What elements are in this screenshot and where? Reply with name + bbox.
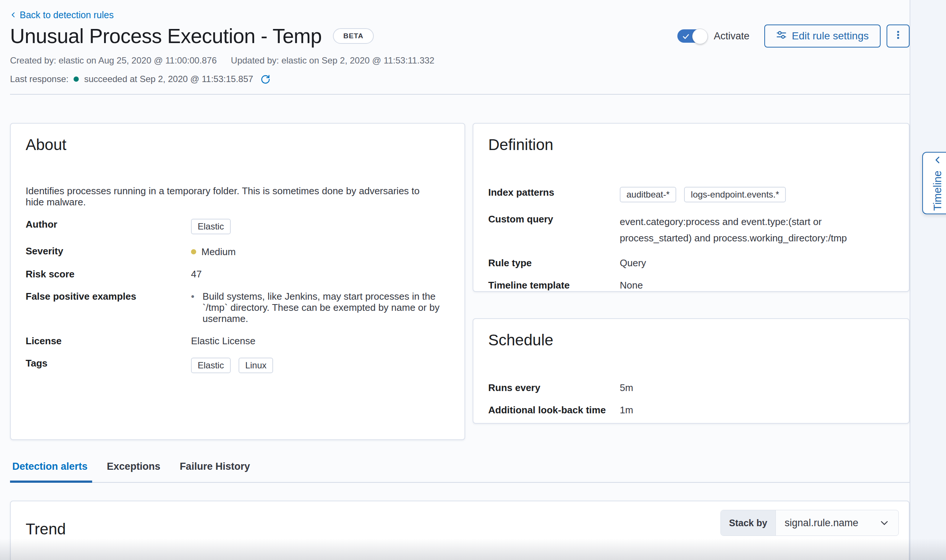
bullet-glyph: • [191, 291, 194, 324]
tag-badge: Elastic [191, 358, 231, 373]
timeline-template-value: None [620, 280, 643, 291]
timeline-flyout-label: Timeline [932, 171, 944, 211]
rule-description: Identifies processes running in a tempor… [26, 185, 438, 208]
chevron-down-icon [879, 510, 898, 535]
false-positives-row: False positive examples • Build systems,… [26, 291, 450, 324]
timeline-template-row: Timeline template None [488, 280, 894, 291]
definition-panel: Definition Index patterns auditbeat-* lo… [473, 123, 910, 292]
created-by-text: Created by: elastic on Aug 25, 2020 @ 11… [10, 55, 217, 66]
rule-type-value: Query [620, 257, 646, 268]
author-badge: Elastic [191, 219, 231, 234]
schedule-panel-title: Schedule [488, 331, 894, 349]
lookback-label: Additional look-back time [488, 405, 620, 415]
risk-score-label: Risk score [26, 268, 182, 280]
runs-every-label: Runs every [488, 382, 620, 393]
tab-exceptions[interactable]: Exceptions [105, 461, 165, 483]
runs-every-value: 5m [620, 382, 633, 393]
rule-type-label: Rule type [488, 257, 620, 268]
lookback-row: Additional look-back time 1m [488, 405, 894, 415]
false-positives-label: False positive examples [26, 291, 182, 324]
last-response-label: Last response: [10, 74, 68, 84]
rule-details-header: Back to detection rules Unusual Process … [10, 0, 910, 95]
severity-dot [191, 249, 196, 254]
severity-label: Severity [26, 245, 182, 257]
author-row: Author Elastic [26, 219, 450, 234]
page-right-gutter [910, 0, 946, 560]
severity-row: Severity Medium [26, 245, 450, 257]
beta-badge: BETA [333, 28, 374, 44]
page-title: Unusual Process Execution - Temp [10, 24, 322, 48]
severity-value: Medium [201, 246, 236, 257]
tab-detection-alerts[interactable]: Detection alerts [10, 461, 92, 483]
updated-by-text: Updated by: elastic on Sep 2, 2020 @ 11:… [231, 55, 434, 66]
lookback-value: 1m [620, 405, 633, 415]
controls-sliders-icon [776, 30, 787, 43]
runs-every-row: Runs every 5m [488, 382, 894, 393]
trend-panel: Trend Stack by signal.rule.name [10, 501, 910, 560]
risk-score-value: 47 [182, 268, 202, 280]
rule-actions-menu-button[interactable] [887, 25, 910, 48]
header-divider [10, 94, 910, 95]
tab-failure-history[interactable]: Failure History [177, 461, 254, 483]
false-positive-example: Build systems, like Jenkins, may start p… [202, 291, 450, 324]
stack-by-label: Stack by [721, 510, 776, 535]
custom-query-label: Custom query [488, 214, 620, 246]
license-label: License [26, 335, 182, 346]
custom-query-row: Custom query event.category:process and … [488, 214, 894, 246]
rule-details-tabs: Detection alerts Exceptions Failure Hist… [10, 461, 910, 483]
stack-by-value: signal.rule.name [776, 510, 879, 535]
status-success-dot [74, 77, 79, 82]
refresh-icon[interactable] [260, 74, 271, 84]
back-to-detection-rules-link[interactable]: Back to detection rules [10, 10, 114, 20]
index-pattern-badge: logs-endpoint.events.* [684, 187, 786, 202]
risk-score-row: Risk score 47 [26, 268, 450, 280]
timeline-flyout-button[interactable]: Timeline [922, 152, 946, 214]
author-label: Author [26, 219, 182, 234]
schedule-panel: Schedule Runs every 5m Additional look-b… [473, 318, 910, 424]
edit-rule-settings-button[interactable]: Edit rule settings [764, 25, 881, 48]
chevron-left-icon [10, 10, 17, 20]
tag-badge: Linux [239, 358, 273, 373]
boxes-vertical-icon [893, 30, 903, 42]
tags-row: Tags Elastic Linux [26, 358, 450, 373]
definition-panel-title: Definition [488, 135, 894, 154]
index-patterns-label: Index patterns [488, 187, 620, 202]
license-row: License Elastic License [26, 335, 450, 346]
last-response-value: succeeded at Sep 2, 2020 @ 11:53:15.857 [84, 74, 253, 84]
custom-query-value: event.category:process and event.type:(s… [620, 214, 894, 246]
stack-by-select[interactable]: Stack by signal.rule.name [721, 510, 899, 536]
license-value: Elastic License [182, 335, 255, 346]
chevron-left-icon [933, 155, 942, 165]
activate-toggle[interactable] [677, 29, 707, 43]
timeline-template-label: Timeline template [488, 280, 620, 291]
toggle-thumb [692, 29, 708, 44]
rule-type-row: Rule type Query [488, 257, 894, 268]
edit-rule-settings-label: Edit rule settings [792, 30, 869, 42]
about-panel: About Identifies processes running in a … [10, 123, 465, 440]
back-link-label: Back to detection rules [20, 10, 114, 20]
about-panel-title: About [26, 135, 450, 154]
tags-label: Tags [26, 358, 182, 373]
index-pattern-badge: auditbeat-* [620, 187, 676, 202]
index-patterns-row: Index patterns auditbeat-* logs-endpoint… [488, 187, 894, 202]
activate-label: Activate [714, 31, 749, 42]
